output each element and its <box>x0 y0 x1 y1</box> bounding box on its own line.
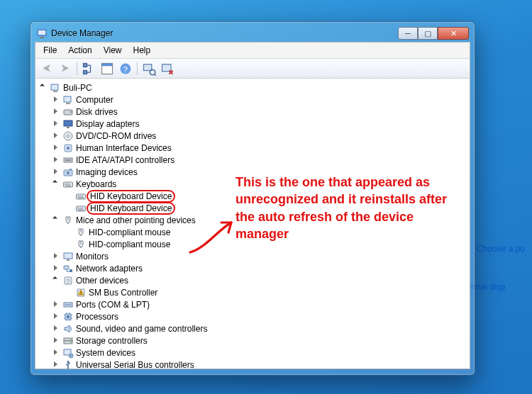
tree-item-label: Sound, video and game controllers <box>76 324 207 334</box>
tree-category[interactable]: Display adapters <box>37 118 468 130</box>
tree-category[interactable]: DVD/CD-ROM drives <box>37 130 468 142</box>
network-icon <box>62 263 74 274</box>
display-icon <box>62 118 74 130</box>
scan-hardware-button[interactable] <box>141 61 157 76</box>
tree-item-label: HID Keyboard Device <box>87 190 175 203</box>
other-icon: ? <box>62 275 74 286</box>
tree-item-label: Disk drives <box>76 107 118 117</box>
svg-rect-25 <box>65 159 71 161</box>
tree-toggle[interactable] <box>52 108 61 116</box>
menu-help[interactable]: Help <box>128 44 156 57</box>
properties-button[interactable] <box>99 61 115 76</box>
tree-category[interactable]: Human Interface Devices <box>37 142 468 154</box>
nav-back-button[interactable]: ⮜ <box>39 61 55 76</box>
sound-icon <box>62 323 74 334</box>
close-button[interactable]: ✕ <box>438 27 469 40</box>
tree-toggle[interactable] <box>52 276 61 285</box>
tree-category[interactable]: Universal Serial Bus controllers <box>37 359 468 368</box>
minimize-button[interactable]: ─ <box>398 27 418 40</box>
tree-category[interactable]: Storage controllers <box>37 334 468 347</box>
tree-toggle[interactable] <box>52 96 61 104</box>
tree-toggle[interactable] <box>52 337 61 345</box>
mouse-icon <box>75 239 87 250</box>
tree-category[interactable]: ?Other devices <box>37 274 468 286</box>
svg-point-62 <box>70 342 72 343</box>
tree-item-label: System devices <box>76 348 135 358</box>
tree-toggle[interactable] <box>52 349 61 357</box>
tree-category[interactable]: Ports (COM & LPT) <box>37 298 468 310</box>
svg-rect-43 <box>78 209 84 210</box>
help-button[interactable]: ? <box>118 61 133 76</box>
monitor-icon <box>62 251 74 262</box>
tree-item-label: Keyboards <box>76 179 116 189</box>
app-icon <box>36 28 48 39</box>
tree-toggle[interactable] <box>52 216 61 225</box>
tree-item-label: Ports (COM & LPT) <box>76 300 150 310</box>
tree-toggle[interactable] <box>52 156 61 164</box>
menu-file[interactable]: File <box>38 44 62 57</box>
tree-toggle[interactable] <box>52 361 61 369</box>
tree-item-label: Other devices <box>76 276 128 286</box>
svg-point-27 <box>67 171 70 174</box>
computer-icon <box>62 94 74 106</box>
tree-item-label: Display adapters <box>76 119 139 129</box>
svg-rect-38 <box>78 197 84 198</box>
menu-action[interactable]: Action <box>63 44 96 57</box>
tree-device[interactable]: SM Bus Controller <box>37 286 468 298</box>
tree-toggle[interactable] <box>52 168 61 176</box>
tree-item-label: IDE ATA/ATAPI controllers <box>76 155 174 165</box>
svg-point-17 <box>70 111 72 113</box>
svg-point-21 <box>67 135 70 137</box>
usb-icon <box>62 359 74 369</box>
tree-toggle[interactable] <box>52 300 61 309</box>
mouse-icon <box>75 227 87 238</box>
svg-rect-40 <box>77 208 79 209</box>
svg-rect-42 <box>82 208 83 209</box>
tree-root[interactable]: Buli-PC <box>37 81 468 94</box>
svg-rect-32 <box>69 184 70 185</box>
hid-icon <box>62 142 74 154</box>
bg-link-2b[interactable]: Choose a po <box>477 244 525 254</box>
tree-category[interactable]: Sound, video and game controllers <box>37 322 468 334</box>
svg-rect-9 <box>144 64 152 70</box>
tree-item-label: Storage controllers <box>76 336 148 346</box>
svg-point-65 <box>67 367 69 368</box>
svg-rect-31 <box>67 184 68 185</box>
svg-rect-45 <box>67 259 70 261</box>
uninstall-button[interactable] <box>160 61 175 76</box>
show-hide-tree-button[interactable] <box>81 61 96 76</box>
tree-item-label: HID Keyboard Device <box>87 202 175 215</box>
svg-rect-1 <box>38 30 45 35</box>
svg-rect-18 <box>64 120 72 126</box>
tree-toggle[interactable] <box>52 144 61 152</box>
menu-view[interactable]: View <box>99 44 127 57</box>
tree-toggle[interactable] <box>52 120 61 128</box>
tree-toggle[interactable] <box>52 132 61 140</box>
tree-category[interactable]: Disk drives <box>37 106 468 118</box>
maximize-button[interactable]: ▢ <box>418 27 438 40</box>
tree-category[interactable]: Processors <box>37 310 468 322</box>
titlebar[interactable]: Device Manager ─ ▢ ✕ <box>35 26 470 42</box>
tree-category[interactable]: Computer <box>37 94 468 106</box>
tree-toggle[interactable] <box>52 180 61 188</box>
tree-item-label: Buli-PC <box>63 83 92 93</box>
svg-rect-47 <box>70 269 72 272</box>
separator <box>137 62 138 75</box>
tree-toggle[interactable] <box>52 313 61 321</box>
tree-toggle[interactable] <box>52 264 61 273</box>
tree-pane[interactable]: Buli-PCComputerDisk drivesDisplay adapte… <box>35 79 470 368</box>
nav-forward-button[interactable]: ⮞ <box>57 61 73 76</box>
tree-category[interactable]: IDE ATA/ATAPI controllers <box>37 154 468 166</box>
warn-icon <box>75 287 87 298</box>
tree-category[interactable]: Network adapters <box>37 262 468 274</box>
svg-rect-36 <box>79 196 81 197</box>
tree-category[interactable]: Monitors <box>37 250 468 262</box>
tree-category[interactable]: System devices <box>37 347 468 359</box>
tree-toggle[interactable] <box>40 84 48 92</box>
svg-rect-2 <box>40 37 44 38</box>
tree-item-label: Human Interface Devices <box>76 143 172 153</box>
tree-toggle[interactable] <box>52 252 61 261</box>
svg-rect-15 <box>66 103 70 104</box>
tree-toggle[interactable] <box>52 325 61 333</box>
tree-item-label: Computer <box>76 95 113 105</box>
